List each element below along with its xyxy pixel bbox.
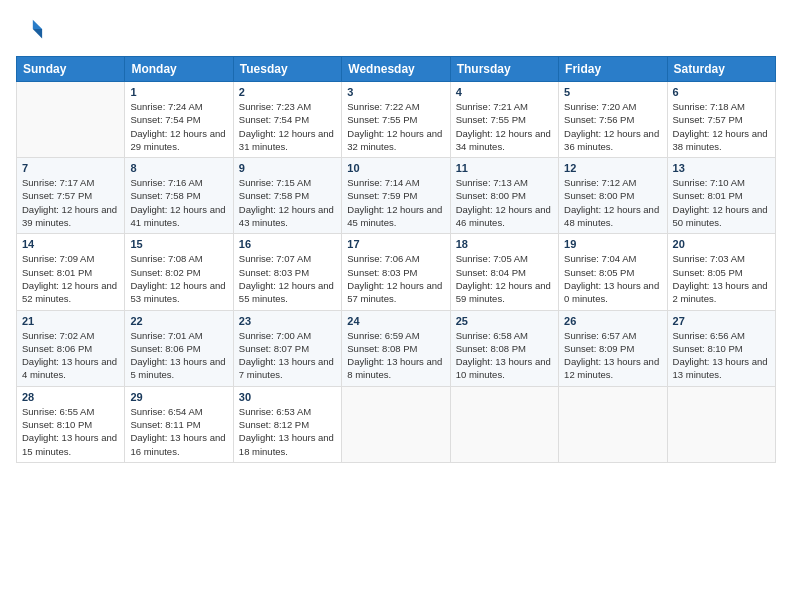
day-number: 18 [456, 238, 553, 250]
calendar-day-cell: 19Sunrise: 7:04 AMSunset: 8:05 PMDayligh… [559, 234, 667, 310]
calendar-day-cell [342, 386, 450, 462]
calendar-day-cell: 30Sunrise: 6:53 AMSunset: 8:12 PMDayligh… [233, 386, 341, 462]
day-number: 10 [347, 162, 444, 174]
calendar-day-cell: 17Sunrise: 7:06 AMSunset: 8:03 PMDayligh… [342, 234, 450, 310]
day-info: Sunrise: 7:04 AMSunset: 8:05 PMDaylight:… [564, 252, 661, 305]
calendar-header-wednesday: Wednesday [342, 57, 450, 82]
calendar-week-row: 7Sunrise: 7:17 AMSunset: 7:57 PMDaylight… [17, 158, 776, 234]
day-number: 3 [347, 86, 444, 98]
calendar-header-tuesday: Tuesday [233, 57, 341, 82]
day-info: Sunrise: 7:13 AMSunset: 8:00 PMDaylight:… [456, 176, 553, 229]
day-number: 25 [456, 315, 553, 327]
calendar-day-cell: 18Sunrise: 7:05 AMSunset: 8:04 PMDayligh… [450, 234, 558, 310]
day-number: 12 [564, 162, 661, 174]
logo-icon [16, 16, 44, 44]
calendar-day-cell: 5Sunrise: 7:20 AMSunset: 7:56 PMDaylight… [559, 82, 667, 158]
calendar-header-monday: Monday [125, 57, 233, 82]
calendar-day-cell: 11Sunrise: 7:13 AMSunset: 8:00 PMDayligh… [450, 158, 558, 234]
day-number: 16 [239, 238, 336, 250]
calendar-day-cell: 2Sunrise: 7:23 AMSunset: 7:54 PMDaylight… [233, 82, 341, 158]
day-number: 28 [22, 391, 119, 403]
day-number: 1 [130, 86, 227, 98]
day-info: Sunrise: 7:03 AMSunset: 8:05 PMDaylight:… [673, 252, 770, 305]
day-info: Sunrise: 7:23 AMSunset: 7:54 PMDaylight:… [239, 100, 336, 153]
day-info: Sunrise: 6:55 AMSunset: 8:10 PMDaylight:… [22, 405, 119, 458]
day-info: Sunrise: 7:07 AMSunset: 8:03 PMDaylight:… [239, 252, 336, 305]
calendar-header-row: SundayMondayTuesdayWednesdayThursdayFrid… [17, 57, 776, 82]
page-header [16, 16, 776, 44]
day-number: 6 [673, 86, 770, 98]
day-number: 11 [456, 162, 553, 174]
calendar-header-sunday: Sunday [17, 57, 125, 82]
calendar-day-cell: 1Sunrise: 7:24 AMSunset: 7:54 PMDaylight… [125, 82, 233, 158]
day-info: Sunrise: 6:57 AMSunset: 8:09 PMDaylight:… [564, 329, 661, 382]
calendar-day-cell: 12Sunrise: 7:12 AMSunset: 8:00 PMDayligh… [559, 158, 667, 234]
calendar-week-row: 21Sunrise: 7:02 AMSunset: 8:06 PMDayligh… [17, 310, 776, 386]
day-info: Sunrise: 6:54 AMSunset: 8:11 PMDaylight:… [130, 405, 227, 458]
day-info: Sunrise: 7:16 AMSunset: 7:58 PMDaylight:… [130, 176, 227, 229]
day-info: Sunrise: 7:22 AMSunset: 7:55 PMDaylight:… [347, 100, 444, 153]
day-number: 24 [347, 315, 444, 327]
day-number: 9 [239, 162, 336, 174]
day-info: Sunrise: 7:05 AMSunset: 8:04 PMDaylight:… [456, 252, 553, 305]
calendar-day-cell: 24Sunrise: 6:59 AMSunset: 8:08 PMDayligh… [342, 310, 450, 386]
day-number: 22 [130, 315, 227, 327]
day-info: Sunrise: 7:20 AMSunset: 7:56 PMDaylight:… [564, 100, 661, 153]
day-number: 15 [130, 238, 227, 250]
day-number: 21 [22, 315, 119, 327]
day-number: 20 [673, 238, 770, 250]
day-number: 7 [22, 162, 119, 174]
day-number: 27 [673, 315, 770, 327]
day-number: 23 [239, 315, 336, 327]
calendar-header-saturday: Saturday [667, 57, 775, 82]
day-number: 2 [239, 86, 336, 98]
calendar-day-cell: 3Sunrise: 7:22 AMSunset: 7:55 PMDaylight… [342, 82, 450, 158]
calendar-day-cell [450, 386, 558, 462]
day-number: 5 [564, 86, 661, 98]
day-info: Sunrise: 7:00 AMSunset: 8:07 PMDaylight:… [239, 329, 336, 382]
logo [16, 16, 48, 44]
calendar-day-cell: 10Sunrise: 7:14 AMSunset: 7:59 PMDayligh… [342, 158, 450, 234]
calendar-day-cell: 20Sunrise: 7:03 AMSunset: 8:05 PMDayligh… [667, 234, 775, 310]
day-info: Sunrise: 7:12 AMSunset: 8:00 PMDaylight:… [564, 176, 661, 229]
day-number: 26 [564, 315, 661, 327]
calendar-day-cell: 26Sunrise: 6:57 AMSunset: 8:09 PMDayligh… [559, 310, 667, 386]
calendar-week-row: 1Sunrise: 7:24 AMSunset: 7:54 PMDaylight… [17, 82, 776, 158]
calendar-day-cell: 22Sunrise: 7:01 AMSunset: 8:06 PMDayligh… [125, 310, 233, 386]
calendar: SundayMondayTuesdayWednesdayThursdayFrid… [16, 56, 776, 463]
calendar-day-cell: 8Sunrise: 7:16 AMSunset: 7:58 PMDaylight… [125, 158, 233, 234]
calendar-day-cell: 21Sunrise: 7:02 AMSunset: 8:06 PMDayligh… [17, 310, 125, 386]
day-number: 17 [347, 238, 444, 250]
day-info: Sunrise: 7:15 AMSunset: 7:58 PMDaylight:… [239, 176, 336, 229]
calendar-day-cell: 4Sunrise: 7:21 AMSunset: 7:55 PMDaylight… [450, 82, 558, 158]
day-info: Sunrise: 7:06 AMSunset: 8:03 PMDaylight:… [347, 252, 444, 305]
day-info: Sunrise: 7:17 AMSunset: 7:57 PMDaylight:… [22, 176, 119, 229]
calendar-day-cell: 13Sunrise: 7:10 AMSunset: 8:01 PMDayligh… [667, 158, 775, 234]
day-number: 19 [564, 238, 661, 250]
day-info: Sunrise: 6:58 AMSunset: 8:08 PMDaylight:… [456, 329, 553, 382]
day-number: 13 [673, 162, 770, 174]
calendar-day-cell: 29Sunrise: 6:54 AMSunset: 8:11 PMDayligh… [125, 386, 233, 462]
calendar-day-cell: 25Sunrise: 6:58 AMSunset: 8:08 PMDayligh… [450, 310, 558, 386]
calendar-day-cell: 7Sunrise: 7:17 AMSunset: 7:57 PMDaylight… [17, 158, 125, 234]
calendar-header-thursday: Thursday [450, 57, 558, 82]
calendar-day-cell: 27Sunrise: 6:56 AMSunset: 8:10 PMDayligh… [667, 310, 775, 386]
calendar-day-cell [559, 386, 667, 462]
day-info: Sunrise: 7:14 AMSunset: 7:59 PMDaylight:… [347, 176, 444, 229]
calendar-day-cell: 6Sunrise: 7:18 AMSunset: 7:57 PMDaylight… [667, 82, 775, 158]
day-info: Sunrise: 7:21 AMSunset: 7:55 PMDaylight:… [456, 100, 553, 153]
day-info: Sunrise: 7:09 AMSunset: 8:01 PMDaylight:… [22, 252, 119, 305]
calendar-week-row: 14Sunrise: 7:09 AMSunset: 8:01 PMDayligh… [17, 234, 776, 310]
calendar-header-friday: Friday [559, 57, 667, 82]
day-info: Sunrise: 7:08 AMSunset: 8:02 PMDaylight:… [130, 252, 227, 305]
day-info: Sunrise: 7:01 AMSunset: 8:06 PMDaylight:… [130, 329, 227, 382]
day-number: 30 [239, 391, 336, 403]
calendar-week-row: 28Sunrise: 6:55 AMSunset: 8:10 PMDayligh… [17, 386, 776, 462]
day-number: 14 [22, 238, 119, 250]
calendar-day-cell [667, 386, 775, 462]
day-info: Sunrise: 6:56 AMSunset: 8:10 PMDaylight:… [673, 329, 770, 382]
calendar-day-cell [17, 82, 125, 158]
svg-marker-0 [33, 20, 42, 29]
svg-marker-1 [33, 29, 42, 38]
calendar-day-cell: 14Sunrise: 7:09 AMSunset: 8:01 PMDayligh… [17, 234, 125, 310]
